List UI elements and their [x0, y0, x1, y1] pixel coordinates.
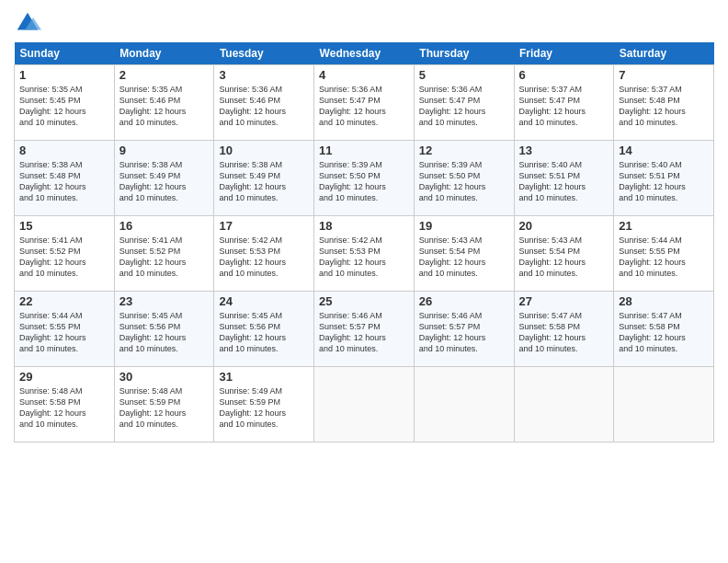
header-row: SundayMondayTuesdayWednesdayThursdayFrid…	[15, 42, 714, 65]
day-info: Sunrise: 5:45 AM Sunset: 5:56 PM Dayligh…	[219, 310, 309, 355]
day-number: 22	[19, 294, 109, 308]
logo	[14, 9, 45, 37]
calendar-cell: 1Sunrise: 5:35 AM Sunset: 5:45 PM Daylig…	[15, 65, 115, 141]
day-number: 13	[519, 144, 609, 157]
day-number: 27	[519, 294, 609, 308]
day-number: 7	[619, 68, 709, 82]
day-info: Sunrise: 5:48 AM Sunset: 5:58 PM Dayligh…	[19, 385, 109, 431]
calendar-cell: 29Sunrise: 5:48 AM Sunset: 5:58 PM Dayli…	[15, 367, 115, 442]
day-info: Sunrise: 5:36 AM Sunset: 5:47 PM Dayligh…	[319, 84, 409, 129]
calendar-cell: 14Sunrise: 5:40 AM Sunset: 5:51 PM Dayli…	[614, 141, 714, 216]
day-info: Sunrise: 5:36 AM Sunset: 5:47 PM Dayligh…	[419, 84, 509, 129]
day-info: Sunrise: 5:41 AM Sunset: 5:52 PM Dayligh…	[19, 235, 109, 280]
day-number: 1	[19, 68, 109, 82]
day-number: 2	[119, 68, 210, 82]
day-info: Sunrise: 5:37 AM Sunset: 5:48 PM Dayligh…	[619, 84, 709, 129]
calendar-cell: 24Sunrise: 5:45 AM Sunset: 5:56 PM Dayli…	[214, 292, 314, 367]
calendar-cell: 2Sunrise: 5:35 AM Sunset: 5:46 PM Daylig…	[114, 65, 214, 141]
col-header-friday: Friday	[514, 42, 614, 65]
col-header-tuesday: Tuesday	[214, 42, 314, 65]
day-number: 25	[319, 294, 409, 308]
col-header-wednesday: Wednesday	[314, 42, 415, 65]
day-info: Sunrise: 5:43 AM Sunset: 5:54 PM Dayligh…	[519, 235, 609, 280]
day-number: 12	[419, 144, 509, 157]
calendar-cell: 27Sunrise: 5:47 AM Sunset: 5:58 PM Dayli…	[514, 292, 614, 367]
calendar-cell: 3Sunrise: 5:36 AM Sunset: 5:46 PM Daylig…	[214, 65, 314, 141]
calendar-cell: 17Sunrise: 5:42 AM Sunset: 5:53 PM Dayli…	[214, 216, 314, 292]
calendar-cell	[514, 367, 614, 442]
calendar-cell	[314, 367, 415, 442]
day-number: 29	[19, 370, 109, 384]
day-number: 30	[119, 370, 210, 384]
day-info: Sunrise: 5:38 AM Sunset: 5:49 PM Dayligh…	[219, 159, 309, 204]
day-info: Sunrise: 5:38 AM Sunset: 5:48 PM Dayligh…	[19, 159, 109, 204]
day-info: Sunrise: 5:37 AM Sunset: 5:47 PM Dayligh…	[519, 84, 609, 129]
col-header-saturday: Saturday	[614, 42, 714, 65]
calendar-cell: 11Sunrise: 5:39 AM Sunset: 5:50 PM Dayli…	[314, 141, 415, 216]
calendar-cell: 31Sunrise: 5:49 AM Sunset: 5:59 PM Dayli…	[214, 367, 314, 442]
day-info: Sunrise: 5:48 AM Sunset: 5:59 PM Dayligh…	[119, 385, 210, 431]
calendar-cell: 12Sunrise: 5:39 AM Sunset: 5:50 PM Dayli…	[414, 141, 514, 216]
week-row-3: 15Sunrise: 5:41 AM Sunset: 5:52 PM Dayli…	[15, 216, 714, 292]
day-info: Sunrise: 5:46 AM Sunset: 5:57 PM Dayligh…	[319, 310, 409, 355]
week-row-5: 29Sunrise: 5:48 AM Sunset: 5:58 PM Dayli…	[15, 367, 714, 442]
week-row-2: 8Sunrise: 5:38 AM Sunset: 5:48 PM Daylig…	[15, 141, 714, 216]
day-info: Sunrise: 5:38 AM Sunset: 5:49 PM Dayligh…	[119, 159, 210, 204]
day-info: Sunrise: 5:43 AM Sunset: 5:54 PM Dayligh…	[419, 235, 509, 280]
day-number: 19	[419, 219, 509, 233]
day-info: Sunrise: 5:39 AM Sunset: 5:50 PM Dayligh…	[319, 159, 409, 204]
calendar-cell: 9Sunrise: 5:38 AM Sunset: 5:49 PM Daylig…	[114, 141, 214, 216]
calendar-cell: 4Sunrise: 5:36 AM Sunset: 5:47 PM Daylig…	[314, 65, 415, 141]
calendar-cell: 7Sunrise: 5:37 AM Sunset: 5:48 PM Daylig…	[614, 65, 714, 141]
day-info: Sunrise: 5:44 AM Sunset: 5:55 PM Dayligh…	[619, 235, 709, 280]
calendar-cell: 25Sunrise: 5:46 AM Sunset: 5:57 PM Dayli…	[314, 292, 415, 367]
week-row-4: 22Sunrise: 5:44 AM Sunset: 5:55 PM Dayli…	[15, 292, 714, 367]
col-header-sunday: Sunday	[15, 42, 115, 65]
calendar-cell: 20Sunrise: 5:43 AM Sunset: 5:54 PM Dayli…	[514, 216, 614, 292]
day-info: Sunrise: 5:42 AM Sunset: 5:53 PM Dayligh…	[319, 235, 409, 280]
day-number: 8	[19, 144, 109, 157]
day-info: Sunrise: 5:42 AM Sunset: 5:53 PM Dayligh…	[219, 235, 309, 280]
day-number: 14	[619, 144, 709, 157]
day-info: Sunrise: 5:40 AM Sunset: 5:51 PM Dayligh…	[619, 159, 709, 204]
week-row-1: 1Sunrise: 5:35 AM Sunset: 5:45 PM Daylig…	[15, 65, 714, 141]
day-number: 28	[619, 294, 709, 308]
header	[14, 9, 714, 37]
day-number: 10	[219, 144, 309, 157]
calendar-cell: 30Sunrise: 5:48 AM Sunset: 5:59 PM Dayli…	[114, 367, 214, 442]
calendar-cell	[614, 367, 714, 442]
logo-icon	[14, 9, 41, 37]
day-number: 21	[619, 219, 709, 233]
day-info: Sunrise: 5:47 AM Sunset: 5:58 PM Dayligh…	[619, 310, 709, 355]
calendar-cell: 5Sunrise: 5:36 AM Sunset: 5:47 PM Daylig…	[414, 65, 514, 141]
day-info: Sunrise: 5:46 AM Sunset: 5:57 PM Dayligh…	[419, 310, 509, 355]
day-info: Sunrise: 5:40 AM Sunset: 5:51 PM Dayligh…	[519, 159, 609, 204]
col-header-thursday: Thursday	[414, 42, 514, 65]
day-number: 15	[19, 219, 109, 233]
day-info: Sunrise: 5:39 AM Sunset: 5:50 PM Dayligh…	[419, 159, 509, 204]
day-info: Sunrise: 5:35 AM Sunset: 5:46 PM Dayligh…	[119, 84, 210, 129]
day-info: Sunrise: 5:36 AM Sunset: 5:46 PM Dayligh…	[219, 84, 309, 129]
calendar-cell: 6Sunrise: 5:37 AM Sunset: 5:47 PM Daylig…	[514, 65, 614, 141]
calendar-cell: 10Sunrise: 5:38 AM Sunset: 5:49 PM Dayli…	[214, 141, 314, 216]
day-number: 17	[219, 219, 309, 233]
day-number: 9	[119, 144, 210, 157]
day-number: 24	[219, 294, 309, 308]
calendar-cell: 22Sunrise: 5:44 AM Sunset: 5:55 PM Dayli…	[15, 292, 115, 367]
day-number: 31	[219, 370, 309, 384]
calendar-cell: 13Sunrise: 5:40 AM Sunset: 5:51 PM Dayli…	[514, 141, 614, 216]
day-number: 6	[519, 68, 609, 82]
day-number: 20	[519, 219, 609, 233]
calendar-cell: 8Sunrise: 5:38 AM Sunset: 5:48 PM Daylig…	[15, 141, 115, 216]
day-info: Sunrise: 5:49 AM Sunset: 5:59 PM Dayligh…	[219, 385, 309, 431]
calendar-cell: 15Sunrise: 5:41 AM Sunset: 5:52 PM Dayli…	[15, 216, 115, 292]
calendar-cell: 26Sunrise: 5:46 AM Sunset: 5:57 PM Dayli…	[414, 292, 514, 367]
day-info: Sunrise: 5:44 AM Sunset: 5:55 PM Dayligh…	[19, 310, 109, 355]
calendar-cell: 16Sunrise: 5:41 AM Sunset: 5:52 PM Dayli…	[114, 216, 214, 292]
calendar-cell: 21Sunrise: 5:44 AM Sunset: 5:55 PM Dayli…	[614, 216, 714, 292]
day-info: Sunrise: 5:45 AM Sunset: 5:56 PM Dayligh…	[119, 310, 210, 355]
day-number: 5	[419, 68, 509, 82]
day-number: 3	[219, 68, 309, 82]
day-info: Sunrise: 5:47 AM Sunset: 5:58 PM Dayligh…	[519, 310, 609, 355]
day-info: Sunrise: 5:41 AM Sunset: 5:52 PM Dayligh…	[119, 235, 210, 280]
